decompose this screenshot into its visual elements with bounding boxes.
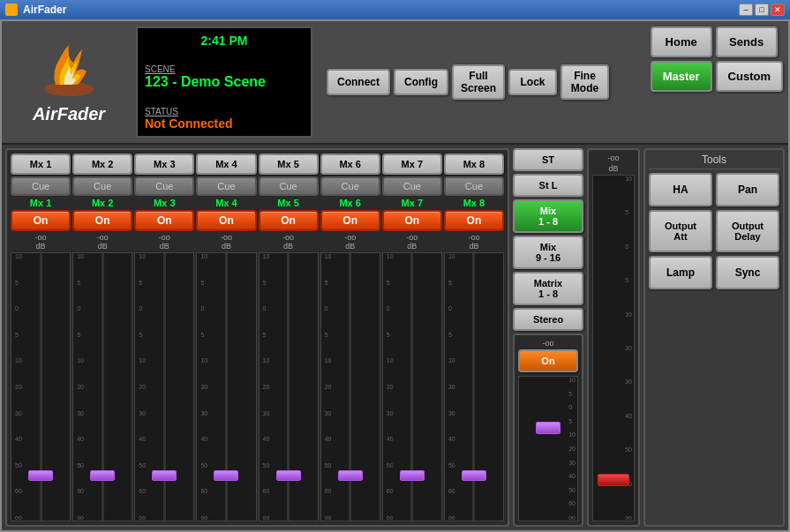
config-button[interactable]: Config <box>394 69 448 95</box>
ch3-name: Mx 3 <box>134 198 194 208</box>
minimize-button[interactable]: – <box>739 4 753 16</box>
master-db-unit: dB <box>608 164 618 173</box>
ch8-mx-button[interactable]: Mx 8 <box>444 154 504 175</box>
ch1-on-button[interactable]: On <box>11 210 71 231</box>
master-db-label: -oo <box>607 154 619 162</box>
sends-button[interactable]: Sends <box>716 26 778 57</box>
ch7-on-button[interactable]: On <box>382 210 442 231</box>
ch5-db: -oodB <box>259 233 319 251</box>
ch4-on-button[interactable]: On <box>196 210 256 231</box>
ch2-on-button[interactable]: On <box>72 210 132 231</box>
ch7-fader-area[interactable]: 10505102030405060oo <box>382 252 442 521</box>
ch6-mx-button[interactable]: Mx 6 <box>320 154 380 175</box>
ch7-mx-button[interactable]: Mx 7 <box>382 154 442 175</box>
top-section: AirFader 2:41 PM SCENE 123 - Demo Scene … <box>2 21 788 145</box>
ch2-mx-button[interactable]: Mx 2 <box>72 154 132 175</box>
ch1-fader-area[interactable]: 10505102030405060oo <box>11 252 71 521</box>
scene-time: 2:41 PM <box>145 34 304 48</box>
stl-button[interactable]: St L <box>513 174 583 197</box>
ch4-db: -oodB <box>196 233 256 251</box>
matrix18-button[interactable]: Matrix1 - 8 <box>513 272 583 305</box>
stereo-button[interactable]: Stereo <box>513 308 583 331</box>
output-delay-button[interactable]: OutputDelay <box>716 210 779 252</box>
ch2-cue-button[interactable]: Cue <box>72 176 132 196</box>
right-nav: Home Sends Master Custom <box>651 26 783 138</box>
ha-button[interactable]: HA <box>649 173 712 206</box>
ch5-fader-area[interactable]: 10505102030405060oo <box>259 252 319 521</box>
tools-grid: HA Pan OutputAtt OutputDelay Lamp Sync <box>649 173 779 289</box>
finemode-button[interactable]: FineMode <box>561 64 609 101</box>
ch2-db: -oodB <box>72 233 132 251</box>
connect-button[interactable]: Connect <box>327 69 390 95</box>
fullscreen-button[interactable]: FullScreen <box>452 64 505 101</box>
st-button[interactable]: ST <box>513 148 583 171</box>
ch6-fader-area[interactable]: 10505102030405060oo <box>320 252 380 521</box>
ch1-cue-button[interactable]: Cue <box>11 176 71 196</box>
ch2-fader-handle[interactable] <box>90 470 115 481</box>
sync-button[interactable]: Sync <box>716 256 779 289</box>
st-row: ST <box>513 148 583 171</box>
master-button[interactable]: Master <box>651 61 712 92</box>
mix916-button[interactable]: Mix9 - 16 <box>513 236 583 269</box>
ch3-on-button[interactable]: On <box>134 210 194 231</box>
ch1-mx-button[interactable]: Mx 1 <box>11 154 71 175</box>
ch6-on-button[interactable]: On <box>320 210 380 231</box>
channel-8: Mx 8 Cue Mx 8 On -oodB 10505102030405060… <box>444 154 504 521</box>
ch5-mx-button[interactable]: Mx 5 <box>259 154 319 175</box>
output-att-button[interactable]: OutputAtt <box>649 210 712 252</box>
title-bar-left: AirFader <box>5 4 66 16</box>
ch4-fader-handle[interactable] <box>214 470 238 481</box>
ch7-cue-button[interactable]: Cue <box>382 176 442 196</box>
ch3-fader-area[interactable]: 10505102030405060oo <box>134 252 194 521</box>
ch5-name: Mx 5 <box>259 198 319 208</box>
ch4-cue-button[interactable]: Cue <box>196 176 256 196</box>
ch1-db: -oodB <box>11 233 71 251</box>
channel-5: Mx 5 Cue Mx 5 On -oodB 10505102030405060… <box>259 154 319 521</box>
master-fader-handle[interactable] <box>598 474 629 486</box>
mix-fader-handle[interactable] <box>536 422 561 434</box>
main-window: AirFader 2:41 PM SCENE 123 - Demo Scene … <box>0 19 790 532</box>
ch7-db: -oodB <box>382 233 442 251</box>
mix18-button[interactable]: Mix1 - 8 <box>513 199 583 233</box>
home-button[interactable]: Home <box>651 26 712 57</box>
ch3-fader-handle[interactable] <box>152 470 177 481</box>
lamp-button[interactable]: Lamp <box>649 256 712 289</box>
channel-3: Mx 3 Cue Mx 3 On -oodB 10505102030405060… <box>134 154 194 521</box>
ch5-fader-handle[interactable] <box>276 470 301 481</box>
ch1-fader-handle[interactable] <box>28 470 53 481</box>
mix-selector: ST St L Mix1 - 8 Mix9 - 16 Matrix1 - 8 S… <box>513 148 583 527</box>
ch4-mx-button[interactable]: Mx 4 <box>196 154 256 175</box>
title-bar: AirFader – □ ✕ <box>0 0 790 19</box>
channel-4: Mx 4 Cue Mx 4 On -oodB 10505102030405060… <box>196 154 256 521</box>
ch5-cue-button[interactable]: Cue <box>259 176 319 196</box>
channel-1: Mx 1 Cue Mx 1 On -oodB 10505102030405060… <box>11 154 71 521</box>
ch2-fader-area[interactable]: 10505102030405060oo <box>72 252 132 521</box>
master-fader-area[interactable]: 10505102030405060oo <box>592 175 635 521</box>
ch3-cue-button[interactable]: Cue <box>134 176 194 196</box>
ch3-mx-button[interactable]: Mx 3 <box>134 154 194 175</box>
ch8-fader-handle[interactable] <box>462 470 486 481</box>
channels-container: Mx 1 Cue Mx 1 On -oodB 10505102030405060… <box>5 148 509 527</box>
ch8-on-button[interactable]: On <box>444 210 504 231</box>
app-title: AirFader <box>23 4 66 16</box>
ch7-fader-handle[interactable] <box>400 470 425 481</box>
ch6-name: Mx 6 <box>320 198 380 208</box>
pan-button[interactable]: Pan <box>716 173 779 206</box>
ch8-fader-area[interactable]: 10505102030405060oo <box>444 252 504 521</box>
maximize-button[interactable]: □ <box>755 4 769 16</box>
close-button[interactable]: ✕ <box>771 4 785 16</box>
ch4-fader-area[interactable]: 10505102030405060oo <box>196 252 256 521</box>
mix-master-fader[interactable]: 10505102030405060oo <box>518 376 578 521</box>
ch6-fader-handle[interactable] <box>338 470 363 481</box>
ch5-on-button[interactable]: On <box>259 210 319 231</box>
tools-panel: Tools HA Pan OutputAtt OutputDelay Lamp … <box>643 148 785 527</box>
custom-button[interactable]: Custom <box>716 61 783 92</box>
lock-button[interactable]: Lock <box>508 69 557 95</box>
master-strip: -oo dB 10505102030405060oo <box>587 148 640 527</box>
stl-row: St L <box>513 174 583 197</box>
ch8-cue-button[interactable]: Cue <box>444 176 504 196</box>
master-vu-area: -oo On 10505102030405060oo <box>513 333 583 527</box>
mix-on-button[interactable]: On <box>518 349 578 372</box>
ch6-cue-button[interactable]: Cue <box>320 176 380 196</box>
channel-area: Mx 1 Cue Mx 1 On -oodB 10505102030405060… <box>2 145 788 530</box>
